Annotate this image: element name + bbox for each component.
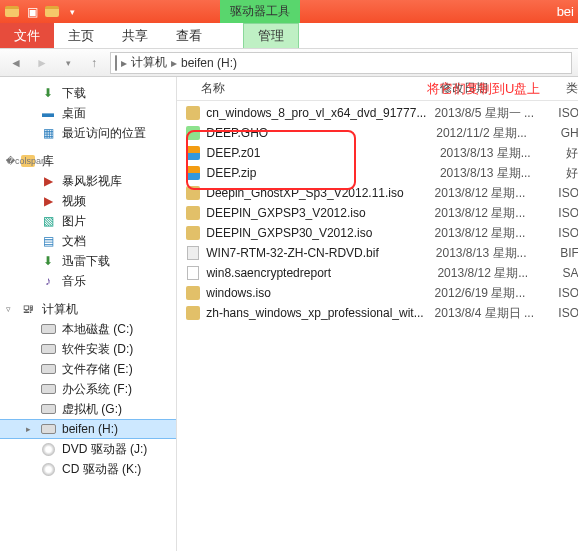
nav-label: 视频	[62, 193, 86, 210]
file-date: 2013/8/12 星期...	[435, 205, 559, 222]
nav-item[interactable]: ▧图片	[0, 211, 176, 231]
nav-drive-item[interactable]: 办公系统 (F:)	[0, 379, 176, 399]
nav-label: 图片	[62, 213, 86, 230]
file-type: ISO	[558, 226, 578, 240]
doc-icon: ▤	[40, 233, 56, 249]
nav-label: 音乐	[62, 273, 86, 290]
zip-icon	[185, 165, 201, 181]
nav-computer-header[interactable]: ▿🖳计算机	[0, 299, 176, 319]
nav-drive-item[interactable]: 文件存储 (E:)	[0, 359, 176, 379]
nav-drive-item[interactable]: ▸beifen (H:)	[0, 419, 176, 439]
file-type: ISO	[558, 206, 578, 220]
file-list-pane: 将它们复制到U盘上 名称 修改日期 类 cn_windows_8_pro_vl_…	[177, 77, 578, 551]
disc-icon	[185, 225, 200, 241]
column-name[interactable]: 名称	[177, 80, 440, 97]
file-row[interactable]: DEEP.zip2013/8/13 星期...好	[177, 163, 578, 183]
properties-icon[interactable]: ▣	[24, 4, 40, 20]
tab-share[interactable]: 共享	[108, 23, 162, 48]
file-name: DEEPIN_GXPSP30_V2012.iso	[206, 226, 434, 240]
file-row[interactable]: DEEPIN_GXPSP3_V2012.iso2013/8/12 星期...IS…	[177, 203, 578, 223]
desk-icon: ▬	[40, 105, 56, 121]
file-date: 2013/8/5 星期一 ...	[435, 105, 559, 122]
file-date: 2013/8/12 星期...	[437, 265, 562, 282]
dvd-icon	[40, 461, 56, 477]
open-folder-icon[interactable]	[44, 4, 60, 20]
nav-label: 暴风影视库	[62, 173, 122, 190]
file-row[interactable]: DEEPIN_GXPSP30_V2012.iso2013/8/12 星期...I…	[177, 223, 578, 243]
navigation-pane: ⬇下载▬桌面▦最近访问的位置 �colspan▿库 ▶暴风影视库▶视频▧图片▤文…	[0, 77, 177, 551]
nav-up-button[interactable]: ↑	[84, 53, 104, 73]
nav-drive-item[interactable]: 虚拟机 (G:)	[0, 399, 176, 419]
nav-item[interactable]: ▦最近访问的位置	[0, 123, 176, 143]
file-row[interactable]: win8.saencryptedreport2013/8/12 星期...SA	[177, 263, 578, 283]
address-bar[interactable]: ▸ 计算机 ▸ beifen (H:)	[110, 52, 572, 74]
file-type: GH	[561, 126, 578, 140]
file-name: cn_windows_8_pro_vl_x64_dvd_91777...	[206, 106, 434, 120]
file-row[interactable]: windows.iso2012/6/19 星期...ISO	[177, 283, 578, 303]
nav-item[interactable]: ▶视频	[0, 191, 176, 211]
mus-icon: ♪	[40, 273, 56, 289]
file-date: 2013/8/12 星期...	[435, 185, 559, 202]
nav-label: 计算机	[42, 301, 78, 318]
nav-item[interactable]: ⬇迅雷下载	[0, 251, 176, 271]
nav-forward-button[interactable]: ►	[32, 53, 52, 73]
file-name: WIN7-RTM-32-ZH-CN-RDVD.bif	[206, 246, 436, 260]
nav-item[interactable]: ▶暴风影视库	[0, 171, 176, 191]
drv-icon	[40, 401, 56, 417]
file-date: 2013/8/13 星期...	[440, 165, 566, 182]
vid-icon: ▶	[40, 193, 56, 209]
bif-icon	[185, 245, 200, 261]
drv-icon	[40, 381, 56, 397]
nav-label: 虚拟机 (G:)	[62, 401, 122, 418]
nav-history-dropdown[interactable]: ▾	[58, 53, 78, 73]
nav-drive-item[interactable]: DVD 驱动器 (J:)	[0, 439, 176, 459]
tab-manage[interactable]: 管理	[243, 23, 299, 48]
nav-drive-item[interactable]: CD 驱动器 (K:)	[0, 459, 176, 479]
file-type: ISO	[558, 186, 578, 200]
column-type[interactable]: 类	[566, 80, 578, 97]
file-type: 好	[566, 145, 578, 162]
nav-library-header[interactable]: �colspan▿库	[0, 151, 176, 171]
file-row[interactable]: Deepin_GhostXP_Sp3_V2012.11.iso2013/8/12…	[177, 183, 578, 203]
breadcrumb-folder[interactable]: beifen (H:)	[181, 56, 237, 70]
disc-icon	[185, 305, 200, 321]
nav-label: 迅雷下载	[62, 253, 110, 270]
file-type: BIF	[560, 246, 578, 260]
file-date: 2013/8/13 星期...	[436, 245, 560, 262]
nav-label: DVD 驱动器 (J:)	[62, 441, 147, 458]
nav-label: 下载	[62, 85, 86, 102]
nav-item[interactable]: ▬桌面	[0, 103, 176, 123]
nav-drive-item[interactable]: 本地磁盘 (C:)	[0, 319, 176, 339]
folder-icon[interactable]	[4, 4, 20, 20]
nav-item[interactable]: ▤文档	[0, 231, 176, 251]
tab-view[interactable]: 查看	[162, 23, 216, 48]
breadcrumb-computer[interactable]: 计算机	[131, 54, 167, 71]
dvd-icon	[40, 441, 56, 457]
nav-item[interactable]: ♪音乐	[0, 271, 176, 291]
nav-label: 最近访问的位置	[62, 125, 146, 142]
file-row[interactable]: zh-hans_windows_xp_professional_wit...20…	[177, 303, 578, 323]
gho-icon	[185, 125, 200, 141]
file-name: DEEP.z01	[207, 146, 440, 160]
file-date: 2013/8/4 星期日 ...	[435, 305, 559, 322]
disc-icon	[185, 285, 200, 301]
file-row[interactable]: DEEP.GHO2012/11/2 星期...GH	[177, 123, 578, 143]
file-menu-button[interactable]: 文件	[0, 23, 54, 48]
tab-home[interactable]: 主页	[54, 23, 108, 48]
nav-label: 文档	[62, 233, 86, 250]
file-row[interactable]: cn_windows_8_pro_vl_x64_dvd_91777...2013…	[177, 103, 578, 123]
sa-icon	[185, 265, 200, 281]
file-name: zh-hans_windows_xp_professional_wit...	[206, 306, 434, 320]
dl-icon: ⬇	[40, 85, 56, 101]
vid-icon: ▶	[40, 173, 56, 189]
nav-drive-item[interactable]: 软件安装 (D:)	[0, 339, 176, 359]
nav-back-button[interactable]: ◄	[6, 53, 26, 73]
nav-item[interactable]: ⬇下载	[0, 83, 176, 103]
file-type: 好	[566, 165, 578, 182]
file-row[interactable]: DEEP.z012013/8/13 星期...好	[177, 143, 578, 163]
disc-icon	[185, 185, 200, 201]
drv-icon	[40, 421, 56, 437]
chevron-right-icon: ▸	[171, 56, 177, 70]
file-row[interactable]: WIN7-RTM-32-ZH-CN-RDVD.bif2013/8/13 星期..…	[177, 243, 578, 263]
qat-dropdown-icon[interactable]: ▾	[64, 4, 80, 20]
